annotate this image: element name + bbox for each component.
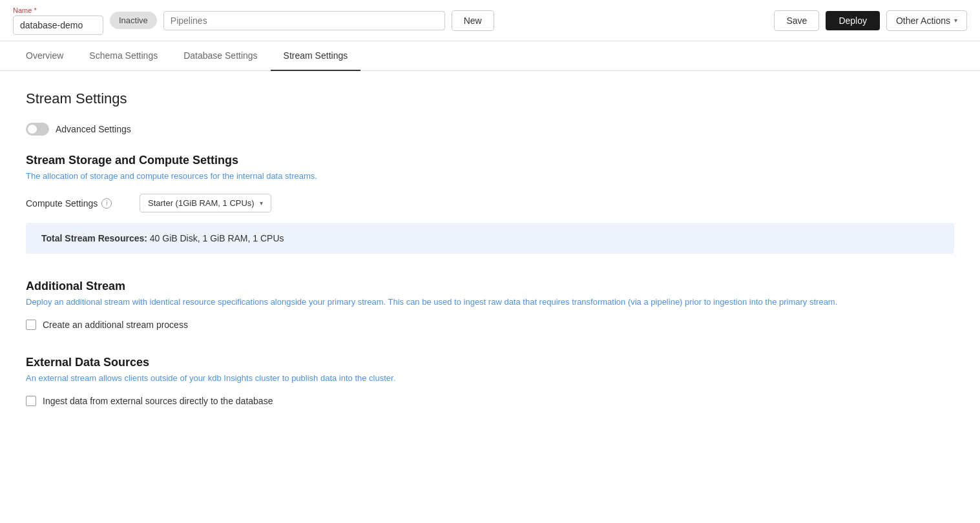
compute-dropdown-value: Starter (1GiB RAM, 1 CPUs) bbox=[148, 198, 255, 208]
compute-settings-label: Compute Settings i bbox=[26, 198, 129, 209]
storage-compute-desc: The allocation of storage and compute re… bbox=[26, 171, 954, 181]
tab-schema-settings[interactable]: Schema Settings bbox=[76, 41, 171, 71]
page-title: Stream Settings bbox=[26, 90, 954, 107]
other-actions-button[interactable]: Other Actions ▾ bbox=[886, 10, 967, 31]
name-label: Name * bbox=[13, 6, 103, 14]
advanced-settings-label: Advanced Settings bbox=[56, 124, 131, 134]
chevron-down-icon: ▾ bbox=[954, 17, 957, 24]
pipelines-input[interactable] bbox=[163, 11, 445, 30]
chevron-down-icon: ▾ bbox=[260, 200, 263, 207]
compute-settings-row: Compute Settings i Starter (1GiB RAM, 1 … bbox=[26, 194, 954, 212]
compute-settings-dropdown[interactable]: Starter (1GiB RAM, 1 CPUs) ▾ bbox=[140, 194, 271, 212]
other-actions-label: Other Actions bbox=[896, 15, 950, 26]
external-data-sources-checkbox-label: Ingest data from external sources direct… bbox=[43, 396, 273, 406]
resources-bar-value: 40 GiB Disk, 1 GiB RAM, 1 CPUs bbox=[150, 233, 284, 243]
external-data-sources-desc-text: An external stream allows clients outsid… bbox=[26, 373, 395, 383]
name-input[interactable] bbox=[13, 15, 103, 35]
new-button[interactable]: New bbox=[452, 10, 494, 31]
external-data-sources-checkbox[interactable] bbox=[26, 396, 36, 406]
main-content: Stream Settings Advanced Settings Stream… bbox=[0, 71, 980, 451]
tab-stream-settings[interactable]: Stream Settings bbox=[271, 41, 361, 71]
stream-storage-section: Stream Storage and Compute Settings The … bbox=[26, 154, 954, 254]
compute-settings-info-icon[interactable]: i bbox=[101, 198, 112, 209]
resources-bar-label: Total Stream Resources: bbox=[41, 233, 147, 243]
nav-tabs: Overview Schema Settings Database Settin… bbox=[0, 41, 980, 71]
top-bar: Name * Inactive New Save Deploy Other Ac… bbox=[0, 0, 980, 41]
additional-stream-desc: Deploy an additional stream with identic… bbox=[26, 297, 954, 307]
additional-stream-checkbox[interactable] bbox=[26, 320, 36, 330]
additional-stream-desc-text: Deploy an additional stream with identic… bbox=[26, 297, 837, 307]
storage-compute-desc-text: The allocation of storage and compute re… bbox=[26, 171, 317, 181]
save-button[interactable]: Save bbox=[774, 10, 819, 31]
tab-database-settings[interactable]: Database Settings bbox=[171, 41, 270, 71]
name-field-wrapper: Name * bbox=[13, 6, 103, 35]
external-data-sources-checkbox-row: Ingest data from external sources direct… bbox=[26, 396, 954, 406]
deploy-button[interactable]: Deploy bbox=[826, 11, 880, 30]
additional-stream-checkbox-row: Create an additional stream process bbox=[26, 320, 954, 330]
status-badge: Inactive bbox=[110, 12, 157, 29]
additional-stream-section: Additional Stream Deploy an additional s… bbox=[26, 280, 954, 330]
advanced-settings-toggle[interactable] bbox=[26, 123, 49, 136]
external-data-sources-desc: An external stream allows clients outsid… bbox=[26, 373, 954, 383]
tab-overview[interactable]: Overview bbox=[13, 41, 76, 71]
advanced-settings-row: Advanced Settings bbox=[26, 123, 954, 136]
external-data-sources-section: External Data Sources An external stream… bbox=[26, 356, 954, 406]
storage-compute-title: Stream Storage and Compute Settings bbox=[26, 154, 954, 167]
additional-stream-title: Additional Stream bbox=[26, 280, 954, 293]
resources-bar: Total Stream Resources: 40 GiB Disk, 1 G… bbox=[26, 223, 954, 254]
external-data-sources-title: External Data Sources bbox=[26, 356, 954, 369]
additional-stream-checkbox-label: Create an additional stream process bbox=[43, 320, 188, 330]
